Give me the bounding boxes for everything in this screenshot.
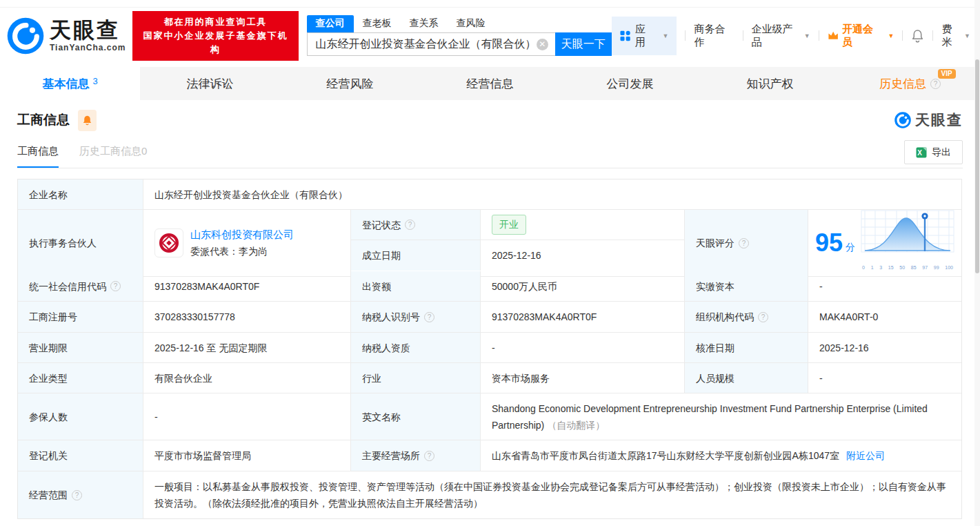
chevron-down-icon: ▼	[663, 32, 669, 39]
partner-representative: 委派代表：李为尚	[190, 244, 294, 258]
table-row: 经营范围 ? 一般项目：以私募基金从事股权投资、投资管理、资产管理等活动（须在中…	[18, 471, 961, 518]
field-value-industry: 资本市场服务	[481, 363, 685, 393]
partner-emblem-icon	[157, 231, 181, 255]
field-value-taxpayer-id: 91370283MAK4A0RT0F	[481, 302, 685, 333]
score-unit: 分	[846, 239, 855, 255]
table-row: 营业期限 2025-12-16 至 无固定期限 纳税人资质 - 核准日期 202…	[18, 333, 961, 363]
subtab-business-info[interactable]: 工商信息	[17, 145, 59, 168]
field-label-business-scope: 经营范围 ?	[18, 471, 143, 518]
divider	[902, 30, 903, 41]
search-button[interactable]: 天眼一下	[555, 32, 612, 56]
field-label-reg-number: 工商注册号	[18, 302, 143, 333]
status-badge: 开业	[492, 215, 526, 235]
help-icon[interactable]: ?	[72, 490, 82, 500]
partner-info: 山东科创投资有限公司 委派代表：李为尚	[190, 228, 294, 258]
field-label-paid-capital: 实缴资本	[685, 271, 808, 302]
score-value: 95	[815, 231, 843, 255]
field-value-staff-size: -	[808, 363, 961, 393]
help-icon[interactable]: ?	[424, 451, 434, 461]
svg-text:X: X	[917, 149, 922, 157]
tianyancha-swirl-icon	[6, 16, 46, 56]
search-bar: ✕ 天眼一下	[307, 32, 612, 56]
search-input[interactable]	[308, 33, 555, 55]
field-label-company-type: 企业类型	[18, 363, 143, 393]
bell-icon	[911, 29, 924, 43]
tab-operation-risk[interactable]: 经营风险	[280, 67, 420, 100]
section-title: 工商信息	[17, 111, 70, 129]
field-value-reg-authority: 平度市市场监督管理局	[143, 440, 351, 471]
nav-enterprise-label: 企业级产品	[752, 23, 801, 49]
tab-history-info[interactable]: VIP 历史信息 ?	[840, 67, 980, 100]
field-label-company-name: 企业名称	[18, 179, 143, 210]
table-row: 企业名称 山东经开创业投资基金合伙企业（有限合伙）	[18, 179, 961, 210]
promo-banner: 都在用的商业查询工具 国家中小企业发展子基金旗下机构	[132, 11, 298, 61]
top-nav: 应用 ▼ 商务合作 企业级产品 ▼ 开通会员 ▼ 费米 ▼	[612, 17, 970, 55]
table-row: 统一社会信用代码 ? 91370283MAK4A0RT0F 出资额 50000万…	[18, 271, 961, 302]
help-icon[interactable]: ?	[110, 281, 121, 291]
tab-legal[interactable]: 法律诉讼	[140, 67, 280, 100]
tab-intellectual-property[interactable]: 知识产权	[700, 67, 840, 100]
search-block: 查公司 查老板 查关系 查风险 ✕ 天眼一下	[307, 15, 612, 56]
tianyancha-logo[interactable]: 天眼查 TianYanCha.com	[6, 16, 126, 56]
notification-bell[interactable]	[911, 29, 924, 43]
field-label-contribution: 出资额	[351, 271, 481, 302]
field-value-premises: 山东省青岛市平度市凤台街道太原路17号山东财经大学平度创新创业园A栋1047室 …	[481, 440, 961, 471]
table-row: 工商注册号 370283330157778 纳税人识别号 ? 91370283M…	[18, 302, 961, 333]
tab-company-development[interactable]: 公司发展	[560, 67, 700, 100]
chevron-down-icon: ▼	[888, 32, 894, 39]
help-icon[interactable]: ?	[739, 238, 749, 249]
help-icon[interactable]: ?	[424, 312, 434, 322]
field-value-taxpayer-quality: -	[481, 333, 685, 363]
field-value-business-term: 2025-12-16 至 无固定期限	[143, 333, 351, 363]
clear-icon[interactable]: ✕	[537, 39, 548, 50]
logo-text: 天眼查 TianYanCha.com	[50, 19, 126, 52]
nav-cooperation[interactable]: 商务合作	[694, 23, 734, 49]
apps-menu[interactable]: 应用 ▼	[612, 17, 677, 55]
field-label-business-term: 营业期限	[18, 333, 143, 363]
scrollbar-thumb[interactable]	[975, 59, 979, 273]
subtab-history-business-info[interactable]: 历史工商信息0	[79, 145, 147, 168]
monitor-bell-button[interactable]	[78, 110, 97, 131]
field-label-credit-code: 统一社会信用代码 ?	[18, 271, 143, 302]
help-icon[interactable]: ?	[405, 220, 415, 230]
nearby-companies-link[interactable]: 附近公司	[846, 447, 885, 464]
field-label-english-name: 英文名称	[351, 393, 481, 440]
vip-crown-icon	[828, 30, 839, 41]
orange-bell-icon	[82, 115, 92, 126]
search-tab-boss[interactable]: 查老板	[354, 15, 401, 32]
search-tab-risk[interactable]: 查风险	[448, 15, 494, 32]
table-row: 企业类型 有限合伙企业 行业 资本市场服务 人员规模 -	[18, 363, 961, 393]
open-vip-button[interactable]: 开通会员 ▼	[828, 23, 894, 49]
excel-icon: X	[916, 147, 927, 158]
company-tabs: 基本信息 3 法律诉讼 经营风险 经营信息 公司发展 知识产权 VIP 历史信息…	[0, 67, 980, 100]
field-label-reg-authority: 登记机关	[18, 440, 143, 471]
export-button[interactable]: X 导出	[904, 140, 963, 164]
tab-history-info-label: 历史信息	[879, 76, 926, 92]
search-input-wrap: ✕	[307, 32, 555, 56]
nav-enterprise[interactable]: 企业级产品 ▼	[752, 23, 810, 49]
tab-operation-info[interactable]: 经营信息	[420, 67, 560, 100]
field-label-tianyan-score: 天眼评分 ?	[685, 210, 808, 277]
tianyancha-swirl-icon	[894, 111, 912, 129]
status-date-subtable: 登记状态 ? 开业 成立日期 2025-12-16	[351, 210, 685, 277]
user-menu[interactable]: 费米 ▼	[941, 23, 970, 49]
divider	[819, 30, 819, 41]
tianyan-score-cell[interactable]: 95 分	[808, 210, 961, 277]
search-tab-relation[interactable]: 查关系	[401, 15, 448, 32]
business-info-table: 企业名称 山东经开创业投资基金合伙企业（有限合伙） 执行事务合伙人 山东科创投资…	[17, 179, 962, 519]
watermark-logo: 天眼查	[894, 110, 963, 130]
tab-basic-info[interactable]: 基本信息 3	[0, 67, 140, 100]
help-icon[interactable]: ?	[758, 312, 768, 322]
field-value-contribution: 50000万人民币	[481, 271, 685, 302]
field-value-english-name: Shandong Economic Development Entreprene…	[481, 393, 961, 440]
field-label-reg-status: 登记状态 ?	[351, 210, 481, 240]
tab-basic-info-count: 3	[92, 76, 97, 86]
watermark-text: 天眼查	[915, 110, 963, 130]
help-icon[interactable]: ?	[930, 79, 941, 89]
field-value-establish-date: 2025-12-16	[481, 240, 684, 271]
app-grid-icon	[620, 30, 630, 41]
page-scrollbar[interactable]	[974, 0, 980, 526]
field-value-executive-partner: 山东科创投资有限公司 委派代表：李为尚	[143, 210, 351, 277]
partner-company-link[interactable]: 山东科创投资有限公司	[190, 228, 294, 240]
search-tab-company[interactable]: 查公司	[307, 15, 354, 32]
